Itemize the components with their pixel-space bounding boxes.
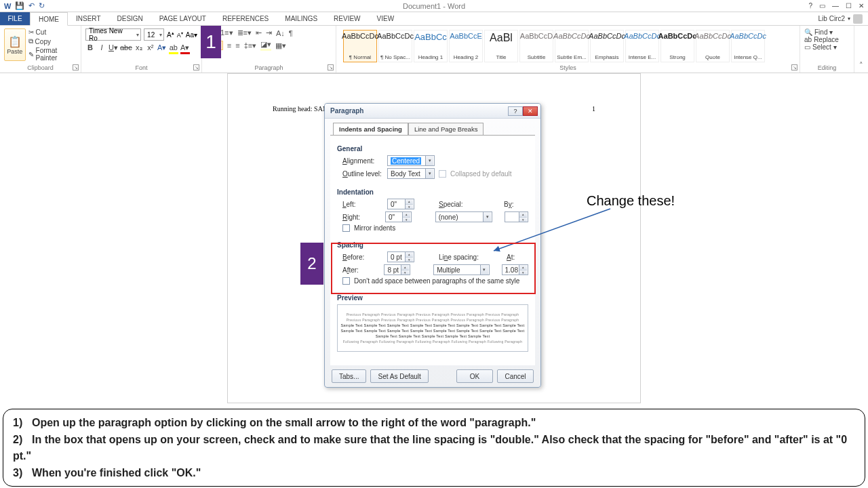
select-button[interactable]: ▭Select▾ xyxy=(804,43,850,51)
dontadd-checkbox[interactable] xyxy=(342,277,350,285)
tab-home[interactable]: HOME xyxy=(30,12,68,26)
tab-pagelayout[interactable]: PAGE LAYOUT xyxy=(151,12,214,25)
special-combo[interactable]: (none)▾ xyxy=(435,211,493,222)
format-painter-button[interactable]: ✎Format Painter xyxy=(28,47,77,62)
ribbon-opts-icon[interactable]: ▭ xyxy=(819,2,825,9)
help-icon[interactable]: ? xyxy=(808,2,812,9)
ok-button[interactable]: OK xyxy=(456,369,493,383)
redo-icon[interactable]: ↻ xyxy=(39,1,45,10)
annotation-arrow xyxy=(488,203,624,258)
font-size-combo[interactable]: 12▾ xyxy=(144,28,164,41)
shrink-font-icon[interactable]: A▾ xyxy=(177,30,183,39)
save-icon[interactable]: 💾 xyxy=(15,1,24,10)
cancel-button[interactable]: Cancel xyxy=(497,369,534,383)
copy-icon: ⧉ xyxy=(28,37,33,45)
set-default-button[interactable]: Set As Default xyxy=(370,369,428,383)
after-spinner[interactable]: 8 pt▴▾ xyxy=(384,264,410,275)
clipboard-launcher[interactable]: ↘ xyxy=(73,64,79,70)
replace-button[interactable]: abReplace xyxy=(804,36,850,43)
font-launcher[interactable]: ↘ xyxy=(193,64,199,70)
style-emphasis[interactable]: AaBbCcDcEmphasis xyxy=(590,30,624,62)
tab-mailings[interactable]: MAILINGS xyxy=(277,12,326,25)
style-title[interactable]: AaBlTitle xyxy=(484,30,518,62)
justify-icon[interactable]: ≡ xyxy=(235,41,239,49)
dialog-tab-indents[interactable]: Indents and Spacing xyxy=(333,123,408,135)
dialog-help-icon[interactable]: ? xyxy=(508,106,523,116)
multilevel-icon[interactable]: ≣≡▾ xyxy=(237,28,252,37)
style-quote[interactable]: AaBbCcDcQuote xyxy=(696,30,730,62)
borders-icon[interactable]: ▦▾ xyxy=(275,41,286,50)
text-effects-icon[interactable]: A▾ xyxy=(157,43,167,54)
undo-icon[interactable]: ↶ xyxy=(28,1,35,10)
minimize-icon[interactable]: — xyxy=(832,2,839,9)
style-intenseem[interactable]: AaBbCcDcIntense E... xyxy=(625,30,659,62)
highlight-icon[interactable]: ab xyxy=(169,43,178,54)
strike-button[interactable]: abc xyxy=(120,43,132,54)
instructions: 1)Open up the paragraph option by clicki… xyxy=(3,409,865,487)
dialog-tab-breaks[interactable]: Line and Page Breaks xyxy=(408,123,484,135)
close-icon[interactable]: ✕ xyxy=(859,2,864,9)
section-preview: Preview xyxy=(337,294,528,302)
bold-button[interactable]: B xyxy=(85,43,95,54)
style-heading2[interactable]: AaBbCcEHeading 2 xyxy=(449,30,483,62)
italic-button[interactable]: I xyxy=(97,43,106,54)
collapse-ribbon-icon[interactable]: ˄ xyxy=(859,61,863,70)
left-spinner[interactable]: 0"▴▾ xyxy=(387,199,414,209)
line-spacing-icon[interactable]: ‡≡▾ xyxy=(244,41,257,50)
change-case-icon[interactable]: Aa▾ xyxy=(186,31,197,39)
style-normal[interactable]: AaBbCcDc¶ Normal xyxy=(343,30,377,62)
tab-review[interactable]: REVIEW xyxy=(326,12,368,25)
grow-font-icon[interactable]: A▴ xyxy=(167,30,174,39)
user-name: Lib Circ2 xyxy=(818,15,845,22)
mirror-checkbox[interactable] xyxy=(342,224,350,232)
before-label: efore: xyxy=(347,253,365,261)
ribbon: 📋 Paste ✂Cut ⧉Copy ✎Format Painter Clipb… xyxy=(0,26,868,73)
align-right-icon[interactable]: ≡ xyxy=(227,41,231,49)
style-strong[interactable]: AaBbCcDcStrong xyxy=(660,30,694,62)
style-nospacing[interactable]: AaBbCcDc¶ No Spac... xyxy=(378,30,412,62)
left-label: eft: xyxy=(347,201,356,208)
style-subtitle[interactable]: AaBbCcDSubtitle xyxy=(519,30,553,62)
user-menu[interactable]: Lib Circ2 ▾ xyxy=(813,12,868,25)
right-spinner[interactable]: 0"▴▾ xyxy=(385,211,412,222)
inc-indent-icon[interactable]: ⇥ xyxy=(266,28,272,37)
style-heading1[interactable]: AaBbCcHeading 1 xyxy=(414,30,448,62)
alignment-combo[interactable]: Centered▾ xyxy=(387,155,435,166)
tab-references[interactable]: REFERENCES xyxy=(214,12,277,25)
alignment-label: lignment: xyxy=(347,157,375,165)
tab-insert[interactable]: INSERT xyxy=(68,12,109,25)
paragraph-launcher[interactable]: ↘ xyxy=(328,64,334,70)
superscript-button[interactable]: x² xyxy=(146,43,155,54)
shading-icon[interactable]: ◪▾ xyxy=(260,40,271,51)
style-subtleem[interactable]: AaBbCcDcSubtle Em... xyxy=(555,30,589,62)
copy-button[interactable]: ⧉Copy xyxy=(28,37,77,45)
tab-design[interactable]: DESIGN xyxy=(109,12,151,25)
sort-icon[interactable]: A↓ xyxy=(276,29,285,37)
style-intenseq[interactable]: AaBbCcDcIntense Q... xyxy=(731,30,765,62)
underline-button[interactable]: U▾ xyxy=(108,43,118,54)
find-button[interactable]: 🔍Find▾ xyxy=(804,28,850,36)
numbering-icon[interactable]: 1≡▾ xyxy=(220,28,233,37)
show-marks-icon[interactable]: ¶ xyxy=(289,29,293,37)
linespacing-combo[interactable]: Multiple▾ xyxy=(433,264,490,275)
tab-view[interactable]: VIEW xyxy=(369,12,403,25)
paste-button[interactable]: 📋 Paste xyxy=(4,28,26,61)
tab-file[interactable]: FILE xyxy=(0,12,30,25)
before-spinner[interactable]: 0 pt▴▾ xyxy=(387,251,414,262)
tabs-button[interactable]: Tabs... xyxy=(332,369,366,383)
group-clipboard: 📋 Paste ✂Cut ⧉Copy ✎Format Painter Clipb… xyxy=(0,26,81,73)
outline-label: utline level: xyxy=(348,170,382,178)
maximize-icon[interactable]: ☐ xyxy=(846,2,852,9)
font-name-combo[interactable]: Times New Ro▾ xyxy=(85,28,141,41)
dec-indent-icon[interactable]: ⇤ xyxy=(256,28,262,37)
callout-2: 2 xyxy=(300,243,323,285)
font-color-icon[interactable]: A▾ xyxy=(180,43,190,54)
collapsed-checkbox[interactable] xyxy=(439,170,446,178)
styles-launcher[interactable]: ↘ xyxy=(791,64,797,70)
avatar-icon xyxy=(853,14,863,24)
at-spinner[interactable]: 1.08▴▾ xyxy=(502,264,528,275)
cut-button[interactable]: ✂Cut xyxy=(28,28,77,36)
dialog-close-icon[interactable]: ✕ xyxy=(523,106,538,116)
outline-combo[interactable]: Body Text▾ xyxy=(387,168,435,179)
subscript-button[interactable]: x₂ xyxy=(134,43,144,54)
